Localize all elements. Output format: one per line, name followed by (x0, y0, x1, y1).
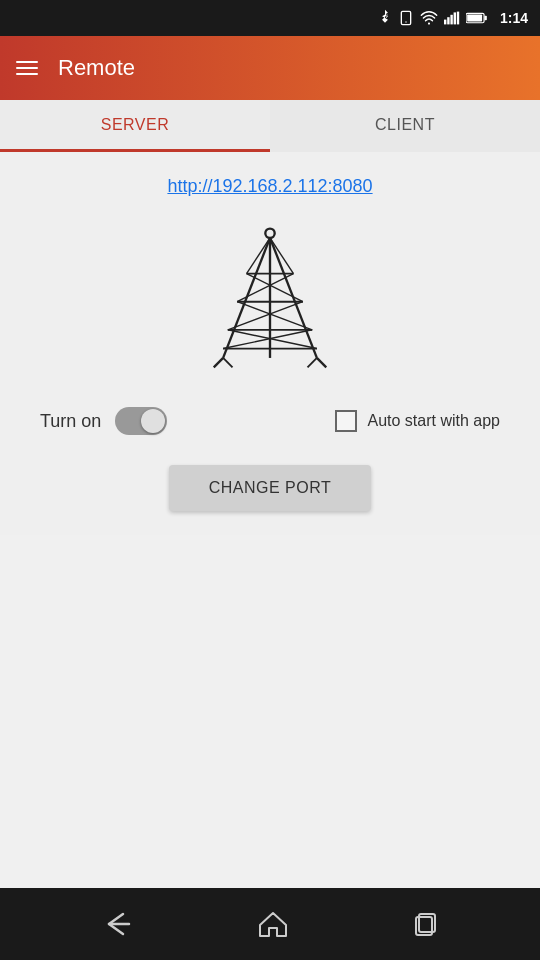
turn-on-group: Turn on (40, 407, 167, 435)
svg-line-30 (308, 358, 317, 367)
back-button[interactable] (101, 910, 135, 938)
tower-svg (200, 222, 340, 372)
tab-client[interactable]: CLIENT (270, 100, 540, 152)
auto-start-checkbox[interactable] (335, 410, 357, 432)
svg-line-21 (247, 274, 303, 302)
svg-rect-9 (484, 16, 486, 21)
svg-rect-5 (450, 15, 452, 25)
back-icon (101, 910, 135, 938)
svg-line-22 (237, 274, 293, 302)
phone-rotate-icon (398, 10, 414, 26)
svg-rect-6 (454, 12, 456, 24)
hamburger-menu-icon[interactable] (16, 61, 38, 75)
svg-line-28 (223, 358, 232, 367)
tower-image (190, 217, 350, 377)
bluetooth-icon (378, 9, 392, 27)
server-url-link[interactable]: http://192.168.2.112:8080 (167, 176, 372, 197)
svg-rect-0 (401, 11, 410, 24)
tab-bar: SERVER CLIENT (0, 100, 540, 152)
app-bar: Remote (0, 36, 540, 100)
recents-button[interactable] (411, 910, 439, 938)
turn-on-label: Turn on (40, 411, 101, 432)
app-title: Remote (58, 55, 135, 81)
recents-icon (411, 910, 439, 938)
svg-line-29 (317, 358, 326, 367)
signal-icon (444, 11, 460, 25)
toggle-knob (141, 409, 165, 433)
svg-point-11 (265, 229, 274, 238)
status-icons: 1:14 (378, 9, 528, 27)
svg-point-1 (405, 21, 406, 22)
change-port-button[interactable]: CHANGE PORT (169, 465, 372, 511)
svg-rect-3 (444, 20, 446, 25)
svg-rect-4 (447, 17, 449, 24)
svg-point-2 (428, 23, 430, 25)
svg-rect-7 (457, 12, 459, 25)
bottom-nav (0, 888, 540, 960)
tab-server[interactable]: SERVER (0, 100, 270, 152)
home-button[interactable] (258, 909, 288, 939)
auto-start-group: Auto start with app (335, 410, 500, 432)
main-content: http://192.168.2.112:8080 (0, 152, 540, 535)
svg-line-27 (214, 358, 223, 367)
status-bar: 1:14 (0, 0, 540, 36)
home-icon (258, 909, 288, 939)
auto-start-label: Auto start with app (367, 412, 500, 430)
controls-row: Turn on Auto start with app (20, 407, 520, 435)
svg-line-25 (228, 330, 317, 349)
status-time: 1:14 (500, 10, 528, 26)
battery-icon (466, 11, 488, 25)
svg-line-26 (223, 330, 312, 349)
svg-rect-10 (467, 14, 482, 21)
turn-on-toggle[interactable] (115, 407, 167, 435)
wifi-icon (420, 11, 438, 25)
